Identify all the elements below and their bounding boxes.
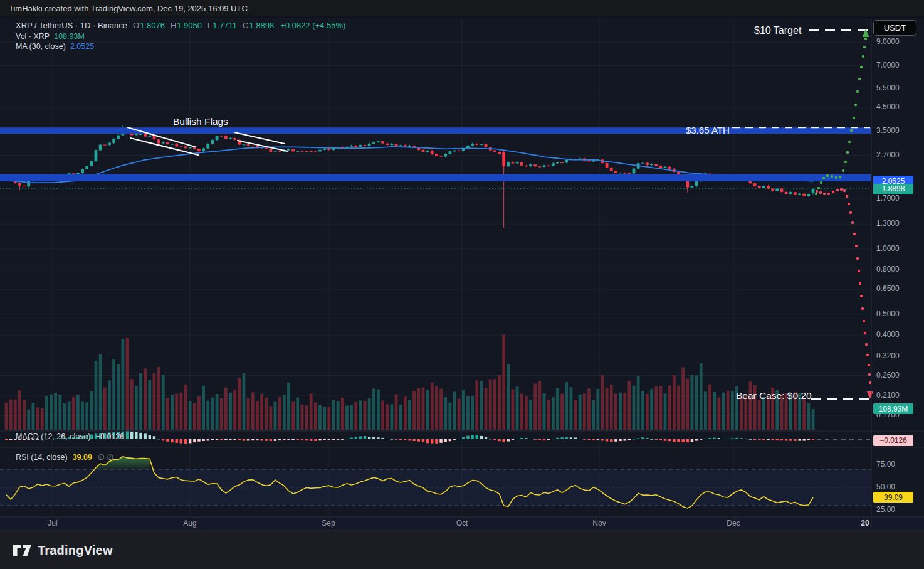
rsi-null-icons: ∅ ∅ (98, 453, 113, 462)
price-tick-label: 0.3200 (876, 351, 900, 360)
ma-value: 2.0525 (70, 42, 94, 51)
rsi-label: RSI (14, close) (16, 453, 68, 462)
time-label: Dec (721, 519, 746, 528)
symbol-legend-row[interactable]: XRP / TetherUS · 1D · BinanceO1.8076H1.9… (16, 21, 345, 31)
close-label: C (243, 21, 248, 30)
rsi-tick-label: 75.00 (876, 460, 895, 469)
rsi-value: 39.09 (73, 453, 92, 462)
annotation-ath: $3.65 ATH (686, 125, 730, 136)
footer-bar: TradingView (0, 531, 924, 569)
change-value: +0.0822 (+4.55%) (280, 21, 345, 30)
low-value: 1.7711 (213, 21, 237, 30)
time-label: Aug (177, 519, 202, 528)
price-tick-label: 1.7000 (876, 194, 900, 203)
price-tick-label: 1.0000 (876, 244, 900, 253)
volume-layer (5, 334, 815, 430)
price-tick-label: 0.5000 (876, 309, 900, 318)
close-value: 1.8898 (249, 21, 274, 30)
tradingview-logo-icon (13, 543, 32, 557)
price-tick-label: 4.5000 (876, 102, 900, 111)
price-tick-label: 0.2100 (876, 391, 900, 400)
annotation-target: $10 Target (754, 25, 801, 36)
rsi-tick-label: 50.00 (876, 482, 895, 491)
price-tick-label: 7.0000 (876, 61, 900, 70)
price-badge-volume: 108.93M (873, 403, 913, 414)
annotation-bullish-flags: Bullish Flags (173, 116, 228, 127)
volume-legend-row[interactable]: Vol · XRP108.93M (16, 31, 345, 42)
brand-name: TradingView (38, 543, 113, 558)
high-label: H (171, 21, 176, 30)
price-tick-label: 0.8000 (876, 265, 900, 274)
time-label: Jul (40, 519, 65, 528)
flag-line (130, 138, 198, 155)
low-label: L (207, 21, 212, 30)
price-tick-label: 9.0000 (876, 37, 900, 46)
price-badge-rsi: 39.09 (873, 492, 913, 503)
main-chart-canvas[interactable] (0, 0, 924, 569)
attribution-text: TimHakki created with TradingView.com, D… (9, 4, 248, 13)
time-label: Oct (449, 519, 475, 528)
currency-toggle-button[interactable]: USDT (873, 20, 916, 36)
attribution-bar: TimHakki created with TradingView.com, D… (0, 0, 924, 18)
annotation-bear-case: Bear Case: $0.20 (736, 390, 812, 401)
ma-label: MA (30, close) (16, 42, 66, 51)
macd-legend-row[interactable]: MACD (12, 26, close)−0.0126 (16, 432, 124, 441)
rsi-tick-label: 25.00 (876, 505, 895, 514)
symbol-title: XRP / TetherUS · 1D · Binance (16, 21, 127, 30)
chart-legend: XRP / TetherUS · 1D · BinanceO1.8076H1.9… (16, 21, 345, 52)
price-tick-label: 2.7000 (876, 151, 900, 159)
price-tick-label: 5.5000 (876, 83, 900, 92)
open-value: 1.8076 (140, 21, 165, 30)
time-label: Nov (587, 519, 612, 528)
macd-value: −0.0126 (95, 432, 124, 441)
price-axis[interactable]: 9.00007.00005.50004.50003.50002.70001.70… (872, 18, 924, 531)
grid-layer (0, 19, 924, 531)
price-badge-macd: −0.0126 (873, 435, 913, 446)
price-badge-last: 1.8898 (873, 184, 913, 194)
open-label: O (133, 21, 139, 30)
macd-label: MACD (12, 26, close) (16, 432, 90, 441)
time-label: Sep (316, 519, 341, 528)
time-axis[interactable]: JulAugSepOctNovDec20 (0, 517, 924, 531)
price-tick-label: 0.6500 (876, 284, 900, 293)
price-tick-label: 0.4000 (876, 330, 900, 339)
high-value: 1.9050 (177, 21, 202, 30)
overlay-layer (0, 29, 873, 399)
price-band-support-zone (0, 174, 871, 181)
rsi-legend-row[interactable]: RSI (14, close)39.09∅ ∅ (16, 452, 113, 462)
ma-legend-row[interactable]: MA (30, close)2.0525 (16, 41, 345, 52)
price-tick-label: 0.2600 (876, 371, 900, 380)
price-tick-label: 1.3000 (876, 219, 900, 228)
volume-label: Vol · XRP (16, 32, 50, 41)
price-tick-label: 3.5000 (876, 126, 900, 135)
volume-value: 108.93M (54, 32, 85, 41)
